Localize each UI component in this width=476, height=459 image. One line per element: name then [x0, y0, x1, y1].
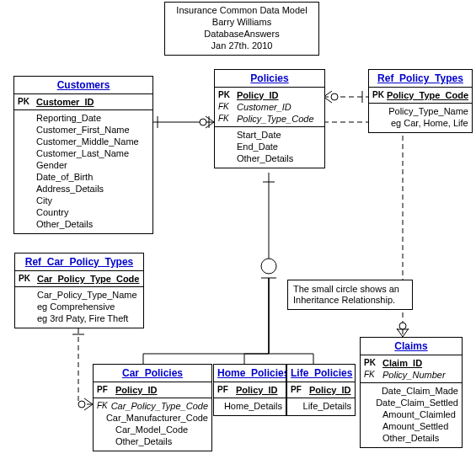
- entity-policies: Policies PKPolicy_ID FKCustomer_ID FKPol…: [214, 69, 325, 168]
- fk-label: FK: [364, 369, 382, 381]
- diagram-title-box: Insurance Common Data Model Barry Willia…: [164, 2, 319, 56]
- entity-home-policies: Home_Policies PFPolicy_ID Home_Details: [213, 364, 286, 416]
- attr: Home_Details: [224, 400, 282, 412]
- inheritance-note: The small circle shows an Inheritance Re…: [287, 280, 413, 310]
- entity-life-policies: Life_Policies PFPolicy_ID Life_Details: [286, 364, 356, 416]
- attr: Reporting_Date: [36, 112, 149, 124]
- note-line: Inheritance Relationship.: [293, 295, 407, 306]
- entity-title: Car_Policies: [94, 365, 211, 382]
- entity-title: Policies: [215, 70, 324, 88]
- entity-ref-policy-types: Ref_Policy_Types PKPolicy_Type_Code Poli…: [368, 69, 473, 133]
- fk-label: FK: [97, 400, 111, 412]
- entity-title: Ref_Car_Policy_Types: [15, 254, 143, 271]
- attr: eg Comprehensive: [37, 301, 140, 312]
- pf-label: PF: [97, 384, 115, 396]
- pk-label: PK: [18, 96, 36, 108]
- attr: Country: [36, 206, 149, 218]
- pk-field: Customer_ID: [36, 96, 149, 108]
- attr: eg 3rd Paty, Fire Theft: [37, 312, 140, 324]
- pk-field: Car_Policy_Type_Code: [37, 273, 140, 285]
- entity-title: Ref_Policy_Types: [369, 70, 472, 88]
- entity-title: Life_Policies: [287, 365, 355, 382]
- fk-field: Policy_Number: [382, 369, 458, 381]
- pf-field: Policy_ID: [309, 384, 351, 396]
- fk-label: FK: [218, 101, 237, 113]
- attr: Other_Details: [36, 218, 149, 230]
- attr: Car_Policy_Type_Name: [37, 289, 140, 301]
- svg-point-9: [261, 259, 276, 274]
- fk-field: Policy_Type_Code: [237, 113, 321, 125]
- attr: Other_Details: [237, 152, 321, 164]
- attr: Start_Date: [237, 129, 321, 141]
- svg-point-3: [200, 119, 206, 125]
- attr: City: [36, 195, 149, 206]
- attr: Life_Details: [303, 400, 351, 412]
- svg-point-12: [399, 323, 406, 329]
- attr: Customer_Middle_Name: [36, 136, 149, 147]
- pk-field: Policy_ID: [237, 89, 321, 101]
- attr: Date_Claim_Made: [382, 385, 458, 397]
- attr: eg Car, Home, Life: [391, 117, 468, 129]
- pk-field: Policy_Type_Code: [387, 89, 468, 101]
- note-line: The small circle shows an: [293, 284, 407, 295]
- attr: End_Date: [237, 141, 321, 152]
- entity-title: Customers: [14, 77, 152, 94]
- fk-field: Car_Policy_Type_Code: [111, 400, 208, 412]
- pk-label: PK: [218, 89, 237, 101]
- attr: Amount_Settled: [382, 420, 458, 432]
- attr: Customer_Last_Name: [36, 147, 149, 159]
- attr: Date_of_Birth: [36, 171, 149, 183]
- pf-label: PF: [291, 384, 309, 396]
- pf-field: Policy_ID: [115, 384, 208, 396]
- attr: Date_Claim_Settled: [376, 397, 458, 408]
- attr: Address_Details: [36, 183, 149, 195]
- svg-point-5: [331, 93, 338, 100]
- entity-ref-car-policy-types: Ref_Car_Policy_Types PKCar_Policy_Type_C…: [14, 253, 144, 328]
- pk-label: PK: [19, 273, 37, 285]
- title-line: Jan 27th. 2010: [167, 40, 317, 51]
- entity-title: Home_Policies: [214, 365, 286, 382]
- attr: Gender: [36, 159, 149, 171]
- pf-label: PF: [217, 384, 236, 396]
- title-line: Barry Williams: [167, 16, 317, 28]
- entity-customers: Customers PKCustomer_ID Reporting_Date C…: [13, 76, 153, 234]
- entity-title: Claims: [361, 338, 462, 355]
- entity-car-policies: Car_Policies PFPolicy_ID FKCar_Policy_Ty…: [93, 364, 212, 451]
- pk-label: PK: [372, 89, 387, 101]
- attr: Customer_First_Name: [36, 124, 149, 136]
- attr: Car_Manufacturer_Code: [106, 412, 208, 424]
- attr: Other_Details: [382, 432, 458, 444]
- pk-field: Claim_ID: [382, 357, 458, 369]
- fk-field: Customer_ID: [237, 101, 321, 113]
- pf-field: Policy_ID: [236, 384, 282, 396]
- attr: Policy_Type_Name: [388, 105, 468, 117]
- attr: Amount_Claimled: [382, 408, 458, 420]
- entity-claims: Claims PKClaim_ID FKPolicy_Number Date_C…: [360, 337, 463, 448]
- attr: Car_Model_Code: [115, 424, 208, 435]
- svg-point-14: [78, 401, 85, 408]
- title-line: Insurance Common Data Model: [167, 4, 317, 16]
- title-line: DatabaseAnswers: [167, 28, 317, 40]
- pk-label: PK: [364, 357, 382, 369]
- attr: Other_Details: [115, 435, 208, 447]
- fk-label: FK: [218, 113, 237, 125]
